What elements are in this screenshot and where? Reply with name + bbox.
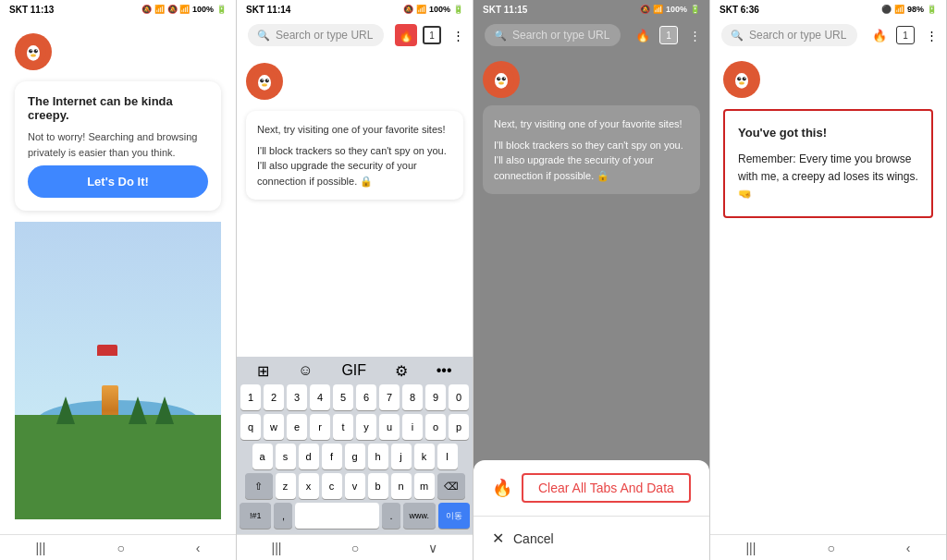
key-comma[interactable]: , (274, 503, 292, 529)
svg-point-31 (739, 81, 744, 83)
nav-back-4[interactable]: ‹ (906, 541, 911, 555)
lets-do-button[interactable]: Let's Do It! (28, 165, 208, 198)
search-bar-3[interactable]: 🔍 Search or type URL (485, 24, 621, 46)
key-b[interactable]: b (368, 473, 388, 499)
key-r[interactable]: r (310, 414, 330, 440)
key-go[interactable]: 이동 (438, 503, 470, 529)
search-text-2[interactable]: Search or type URL (276, 29, 375, 42)
svg-point-1 (27, 45, 40, 61)
kbd-more-icon[interactable]: ••• (437, 362, 452, 380)
search-text-4[interactable]: Search or type URL (749, 29, 848, 42)
key-t[interactable]: t (333, 414, 353, 440)
key-row-bottom: !#1 , . www. 이동 (240, 503, 470, 529)
key-e[interactable]: e (287, 414, 307, 440)
key-www[interactable]: www. (403, 503, 435, 529)
tabs-button-2[interactable]: 1 (421, 24, 443, 46)
key-delete[interactable]: ⌫ (437, 473, 465, 499)
svg-point-26 (737, 77, 741, 80)
fire-button-3[interactable]: 🔥 (632, 24, 654, 46)
phone-1: SKT 11:13 🔕 📶 🔕 📶 100% 🔋 The Internet ca… (0, 0, 237, 560)
key-shift[interactable]: ⇧ (245, 473, 273, 499)
search-text-3[interactable]: Search or type URL (512, 29, 611, 42)
key-8[interactable]: 8 (402, 384, 423, 410)
search-bar-2[interactable]: 🔍 Search or type URL (248, 24, 384, 46)
key-z[interactable]: z (276, 473, 296, 499)
key-u[interactable]: u (379, 414, 400, 440)
kbd-smiley-icon[interactable]: ☺ (298, 362, 313, 380)
keyboard[interactable]: ⊞ ☺ GIF ⚙ ••• 1 2 3 4 5 6 7 8 9 0 q w e (237, 357, 473, 534)
more-button-2[interactable]: ⋮ (447, 24, 469, 46)
nav-home-4[interactable]: ○ (827, 541, 834, 555)
key-7[interactable]: 7 (379, 384, 400, 410)
nav-recents-4[interactable]: ||| (745, 541, 756, 555)
clear-tabs-label[interactable]: Clear All Tabs And Data (522, 473, 691, 503)
key-v[interactable]: v (345, 473, 365, 499)
svg-point-23 (498, 81, 504, 83)
key-s[interactable]: s (276, 444, 296, 469)
key-3[interactable]: 3 (287, 384, 307, 410)
key-2[interactable]: 2 (264, 384, 284, 410)
key-q[interactable]: q (240, 414, 261, 440)
cancel-label[interactable]: Cancel (513, 531, 554, 546)
key-0[interactable]: 0 (449, 384, 469, 410)
key-g[interactable]: g (345, 444, 365, 469)
nav-recents-1[interactable]: ||| (35, 541, 45, 555)
nav-bar-4: ||| ○ ‹ (710, 534, 946, 560)
phone-3: SKT 11:15 🔕 📶 100% 🔋 🔍 Search or type UR… (474, 0, 710, 560)
search-bar-4[interactable]: 🔍 Search or type URL (721, 24, 857, 46)
key-i[interactable]: i (402, 414, 423, 440)
key-space[interactable] (295, 503, 379, 529)
key-9[interactable]: 9 (425, 384, 446, 410)
key-m[interactable]: m (414, 473, 435, 499)
key-p[interactable]: p (449, 414, 469, 440)
tree-2 (129, 396, 147, 424)
status-icons-3: 🔕 📶 100% 🔋 (640, 5, 700, 14)
ddg-logo-1 (15, 33, 52, 70)
kbd-settings-icon[interactable]: ⚙ (395, 362, 408, 380)
fire-button-2[interactable]: 🔥 (395, 24, 417, 46)
tabs-button-4[interactable]: 1 (894, 24, 916, 46)
key-w[interactable]: w (264, 414, 284, 440)
fire-button-4[interactable]: 🔥 (868, 24, 891, 46)
key-num[interactable]: !#1 (240, 503, 271, 529)
key-5[interactable]: 5 (333, 384, 353, 410)
key-o[interactable]: o (425, 414, 446, 440)
key-6[interactable]: 6 (356, 384, 376, 410)
svg-point-28 (739, 78, 740, 79)
nav-home-2[interactable]: ○ (351, 541, 359, 555)
key-d[interactable]: d (299, 444, 319, 469)
clear-tabs-button[interactable]: 🔥 Clear All Tabs And Data (474, 460, 709, 517)
more-button-4[interactable]: ⋮ (920, 24, 942, 46)
tab-count-4: 1 (896, 26, 915, 44)
key-1[interactable]: 1 (240, 384, 261, 410)
key-h[interactable]: h (368, 444, 388, 469)
svg-point-2 (29, 49, 32, 53)
fire-icon-clear: 🔥 (492, 478, 512, 498)
key-a[interactable]: a (252, 444, 273, 469)
key-c[interactable]: c (322, 473, 342, 499)
more-button-3[interactable]: ⋮ (683, 24, 706, 46)
cancel-button[interactable]: ✕ Cancel (474, 517, 709, 560)
key-4[interactable]: 4 (310, 384, 330, 410)
top-bar-icons-3: 🔥 1 ⋮ (632, 24, 706, 46)
search-icon-4: 🔍 (731, 30, 744, 42)
key-l[interactable]: l (437, 444, 458, 469)
nav-down-2[interactable]: ∨ (428, 541, 437, 555)
status-bar-4: SKT 6:36 ⚫ 📶 98% 🔋 (710, 0, 946, 18)
key-k[interactable]: k (414, 444, 435, 469)
key-f[interactable]: f (322, 444, 342, 469)
nav-back-1[interactable]: ‹ (196, 541, 201, 555)
nav-recents-2[interactable]: ||| (272, 541, 282, 555)
tree-3 (155, 396, 174, 424)
key-n[interactable]: n (391, 473, 412, 499)
kbd-emoji-icon[interactable]: ⊞ (257, 362, 269, 380)
key-x[interactable]: x (299, 473, 319, 499)
key-y[interactable]: y (356, 414, 376, 440)
nav-home-1[interactable]: ○ (117, 541, 124, 555)
key-j[interactable]: j (391, 444, 412, 469)
key-row-numbers: 1 2 3 4 5 6 7 8 9 0 (240, 384, 470, 410)
tabs-button-3[interactable]: 1 (658, 24, 680, 46)
top-bar-2: 🔍 Search or type URL 🔥 1 ⋮ (237, 18, 473, 52)
key-period[interactable]: . (382, 503, 400, 529)
kbd-gif-icon[interactable]: GIF (341, 362, 366, 380)
